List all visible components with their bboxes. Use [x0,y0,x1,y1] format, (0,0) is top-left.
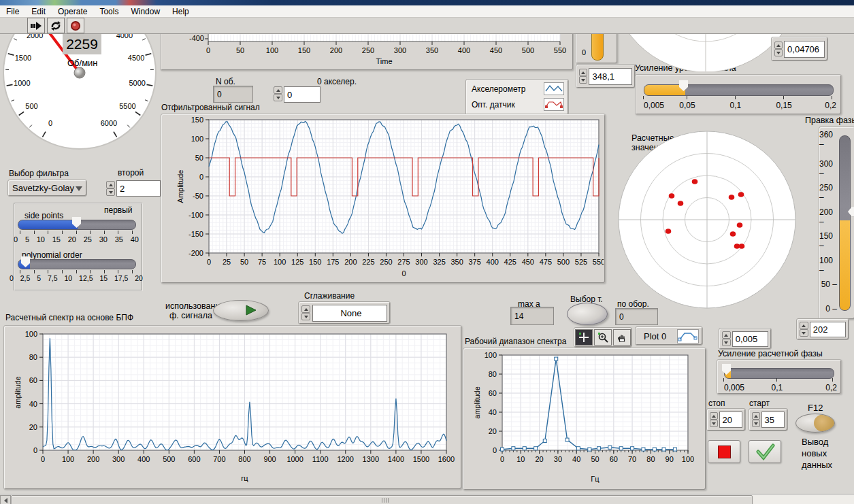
svg-text:100: 100 [62,455,74,463]
aksel-value[interactable]: 0 [284,86,321,103]
menu-edit[interactable]: Edit [25,7,52,16]
tick-label: 0,15 [776,101,791,110]
second-label: второй [118,168,144,178]
filter-selected: Savetzky-Golay [12,183,74,193]
tick-label: 17,5 [114,274,128,282]
filtered-chart-title: Отфильтрованный сигнал [161,103,260,112]
first-label: первый [104,205,133,215]
svg-text:1400: 1400 [388,455,404,463]
stop-value[interactable]: 20 [719,411,742,428]
calc-gain-slider-panel: 0,0050,10,2 [717,359,842,394]
opt-plot-glyph[interactable] [544,98,564,111]
menu-tools[interactable]: Tools [93,7,125,16]
legend-accel-label: Акселерометр [472,84,525,94]
smoothing-value[interactable]: None [312,305,387,322]
tick-label: 0,005 [724,383,744,392]
tick-label: 30 [99,235,108,243]
tick-mark [776,378,777,382]
signal-gain-slider-panel: 0,0050,050,10,150,2 [635,74,842,115]
confirm-button[interactable] [749,440,781,463]
calc-gain-value-frame: 0,005 [719,328,772,350]
svg-text:200: 200 [87,455,99,463]
poly-order-scale: 02,557,51012,51517,520 [10,274,143,282]
signal-gain-spinner[interactable] [774,41,783,56]
start-spinner[interactable] [752,412,760,427]
zoom-tool-button[interactable] [594,329,612,346]
svg-text:100: 100 [274,258,286,266]
spectrum-range-chart: 0102030405060708090100020406080100amplit… [463,348,706,490]
select-t-toggle[interactable] [567,303,608,325]
aux-value[interactable]: 348,1 [589,68,632,85]
svg-text:60: 60 [489,389,497,397]
accel-plot-glyph[interactable] [544,82,564,95]
phase-tick-label: 250 – [819,183,837,202]
pan-tool-button[interactable] [613,329,631,346]
svg-text:525: 525 [575,258,587,266]
svg-text:100: 100 [191,135,203,143]
start-value[interactable]: 35 [761,411,785,428]
calc-gain-value[interactable]: 0,005 [732,331,768,347]
signal-gain-value[interactable]: 0,04706 [784,41,825,58]
menu-operate[interactable]: Operate [52,7,93,16]
svg-text:500: 500 [163,455,175,463]
plot0-legend[interactable]: Plot 0 [635,326,703,346]
stop-spinner[interactable] [710,412,718,427]
second-spinner[interactable] [106,181,115,196]
svg-text:-200: -200 [188,249,203,257]
menu-help[interactable]: Help [166,7,195,16]
horizontal-scrollbar[interactable] [0,494,854,504]
tick-mark [783,96,784,99]
f12-button-latch [814,414,834,432]
svg-text:-100: -100 [188,211,203,219]
tick-label: 0,2 [825,101,836,110]
abort-button[interactable] [67,18,84,33]
second-value[interactable]: 2 [116,180,161,197]
svg-text:0: 0 [207,258,211,266]
filter-dropdown[interactable]: Savetzky-Golay [7,180,87,197]
svg-text:60: 60 [610,455,618,463]
svg-text:0: 0 [41,455,45,463]
usage-toggle-button[interactable] [213,300,269,321]
svg-text:-50: -50 [193,192,203,200]
phase-spinner[interactable] [800,322,808,337]
svg-text:1000: 1000 [286,455,303,463]
svg-text:400: 400 [137,455,150,463]
scrollbar-thumb[interactable] [11,495,753,504]
poly-order-slider[interactable] [18,259,136,269]
svg-text:4500: 4500 [128,54,144,62]
calc-gain-slider[interactable] [724,368,834,379]
svg-text:5000: 5000 [129,79,145,87]
scroll-left-button[interactable] [0,495,11,504]
aux-value-frame: 348,1 [576,64,636,88]
signal-gain-slider[interactable] [644,84,834,96]
phase-slider[interactable] [839,135,851,311]
abort-icon [69,20,82,31]
calc-gain-spinner[interactable] [722,331,731,346]
svg-text:0: 0 [206,46,210,54]
svg-text:70: 70 [628,455,636,463]
side-points-scale: 0510152025303540 [14,235,139,243]
phase-value[interactable]: 202 [810,322,846,337]
svg-text:300: 300 [394,46,406,54]
svg-text:1300: 1300 [363,455,379,463]
aux-value-spinner[interactable] [579,69,587,84]
menu-file[interactable]: File [0,7,25,16]
phase-tick-label: 50 – [821,280,837,289]
rpm-digital-display: 2259 [63,34,101,54]
menu-window[interactable]: Window [125,7,166,16]
start-label: старт [749,399,770,408]
tick-label: 10 [37,235,45,243]
f12-button[interactable] [795,414,835,433]
svg-text:10: 10 [516,455,525,463]
aksel-spinner[interactable] [274,86,282,101]
cursor-tool-button[interactable] [575,329,593,346]
filter-label: Выбор фильтра [9,169,69,178]
stop-button[interactable] [708,440,740,463]
partial-polar-chart [623,34,793,71]
run-button[interactable] [27,18,45,33]
window-titlebar-sliver [0,0,854,5]
svg-text:80: 80 [489,370,497,378]
svg-text:50: 50 [236,46,244,54]
smoothing-spinner[interactable] [301,305,310,320]
run-continuous-button[interactable] [47,18,65,33]
